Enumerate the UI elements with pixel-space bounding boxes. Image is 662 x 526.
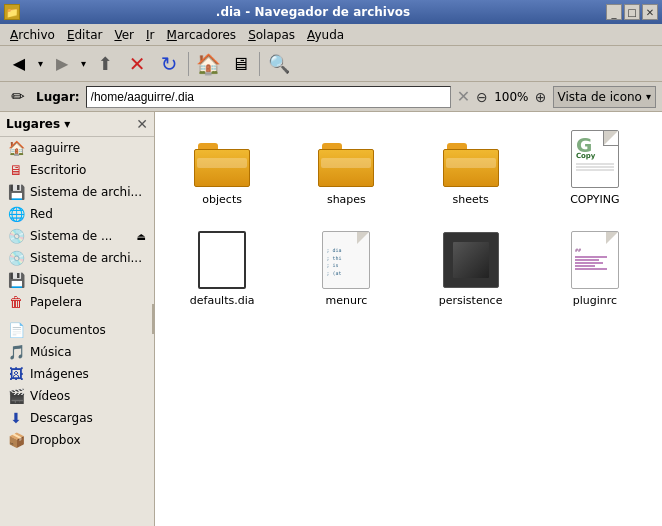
- sidebar-item-sistema2[interactable]: 💿 Sistema de ... ⏏: [0, 225, 154, 247]
- menu-ir[interactable]: Ir: [140, 26, 160, 44]
- menu-marcadores[interactable]: Marcadores: [161, 26, 243, 44]
- sidebar-label-sistema2: Sistema de ...: [30, 229, 112, 243]
- location-input[interactable]: [86, 86, 451, 108]
- sidebar-item-escritorio[interactable]: 🖥 Escritorio: [0, 159, 154, 181]
- window-title: .dia - Navegador de archivos: [20, 5, 606, 19]
- sidebar-header-label: Lugares ▾: [6, 117, 70, 131]
- search-button[interactable]: 🔍: [264, 50, 294, 78]
- sidebar-label-disquete: Disquete: [30, 273, 84, 287]
- menubar: Archivo Editar Ver Ir Marcadores Solapas…: [0, 24, 662, 46]
- separator-1: [188, 52, 189, 76]
- sidebar-item-musica[interactable]: 🎵 Música: [0, 341, 154, 363]
- sidebar-item-papelera[interactable]: 🗑 Papelera: [0, 291, 154, 313]
- dropbox-icon: 📦: [8, 432, 24, 448]
- sidebar-label-aaguirre: aaguirre: [30, 141, 80, 155]
- file-item-pluginrc[interactable]: ## pluginrc: [538, 223, 652, 314]
- docs-icon: 📄: [8, 322, 24, 338]
- location-label: Lugar:: [36, 90, 80, 104]
- home-icon: 🏠: [8, 140, 24, 156]
- sidebar-label-documentos: Documentos: [30, 323, 106, 337]
- file-grid: objects shapes: [165, 122, 652, 314]
- menurc-file-icon: ; dia ; thi ; is ; (at: [316, 230, 376, 290]
- refresh-button[interactable]: ↻: [154, 50, 184, 78]
- floppy-icon: 💾: [8, 272, 24, 288]
- file-name-shapes: shapes: [327, 193, 366, 206]
- file-item-objects[interactable]: objects: [165, 122, 279, 213]
- back-button[interactable]: ◀: [4, 50, 34, 78]
- minimize-button[interactable]: _: [606, 4, 622, 20]
- file-item-copying[interactable]: G Copy COPYING: [538, 122, 652, 213]
- defaults-file-icon: [192, 230, 252, 290]
- edit-location-button[interactable]: ✏️: [6, 85, 30, 109]
- folder-icon-shapes: [316, 129, 376, 189]
- sidebar-item-videos[interactable]: 🎬 Vídeos: [0, 385, 154, 407]
- file-item-persistence[interactable]: persistence: [414, 223, 528, 314]
- sidebar-label-sistema1: Sistema de archi...: [30, 185, 142, 199]
- copying-file-icon: G Copy: [565, 129, 625, 189]
- forward-button[interactable]: ▶: [47, 50, 77, 78]
- file-item-defaults[interactable]: defaults.dia: [165, 223, 279, 314]
- sidebar-label-papelera: Papelera: [30, 295, 82, 309]
- back-dropdown[interactable]: ▾: [36, 58, 45, 69]
- up-button[interactable]: ⬆: [90, 50, 120, 78]
- view-label: Vista de icono: [558, 90, 642, 104]
- file-name-defaults: defaults.dia: [190, 294, 255, 307]
- eject-icon[interactable]: ⏏: [137, 231, 146, 242]
- sidebar-item-imagenes[interactable]: 🖼 Imágenes: [0, 363, 154, 385]
- clear-location-button[interactable]: ✕: [457, 87, 470, 106]
- file-item-menurc[interactable]: ; dia ; thi ; is ; (at menurc: [289, 223, 403, 314]
- videos-icon: 🎬: [8, 388, 24, 404]
- persistence-file-icon: [441, 230, 501, 290]
- trash-icon: 🗑: [8, 294, 24, 310]
- menu-ver[interactable]: Ver: [108, 26, 140, 44]
- music-icon: 🎵: [8, 344, 24, 360]
- disk2-icon: 💿: [8, 250, 24, 266]
- file-name-objects: objects: [202, 193, 242, 206]
- locationbar: ✏️ Lugar: ✕ ⊖ 100% ⊕ Vista de icono ▾: [0, 82, 662, 112]
- sidebar-item-descargas[interactable]: ⬇ Descargas: [0, 407, 154, 429]
- titlebar: 📁 .dia - Navegador de archivos _ □ ✕: [0, 0, 662, 24]
- app-icon: 📁: [4, 4, 20, 20]
- file-name-persistence: persistence: [439, 294, 503, 307]
- file-name-menurc: menurc: [325, 294, 367, 307]
- sidebar-close-button[interactable]: ✕: [136, 116, 148, 132]
- downloads-icon: ⬇: [8, 410, 24, 426]
- main-area: Lugares ▾ ✕ 🏠 aaguirre 🖥 Escritorio 💾 Si…: [0, 112, 662, 526]
- filesystem-icon: 💾: [8, 184, 24, 200]
- computer-button[interactable]: 🖥: [225, 50, 255, 78]
- zoom-in-button[interactable]: ⊕: [535, 89, 547, 105]
- maximize-button[interactable]: □: [624, 4, 640, 20]
- menu-solapas[interactable]: Solapas: [242, 26, 301, 44]
- forward-dropdown[interactable]: ▾: [79, 58, 88, 69]
- desktop-icon: 🖥: [8, 162, 24, 178]
- view-dropdown-arrow: ▾: [646, 91, 651, 102]
- sidebar-label-musica: Música: [30, 345, 72, 359]
- sidebar-label-descargas: Descargas: [30, 411, 93, 425]
- sidebar-item-red[interactable]: 🌐 Red: [0, 203, 154, 225]
- file-item-sheets[interactable]: sheets: [414, 122, 528, 213]
- stop-button[interactable]: ✕: [122, 50, 152, 78]
- zoom-out-button[interactable]: ⊖: [476, 89, 488, 105]
- sidebar-item-aaguirre[interactable]: 🏠 aaguirre: [0, 137, 154, 159]
- menu-ayuda[interactable]: Ayuda: [301, 26, 350, 44]
- sidebar: Lugares ▾ ✕ 🏠 aaguirre 🖥 Escritorio 💾 Si…: [0, 112, 155, 526]
- sidebar-item-dropbox[interactable]: 📦 Dropbox: [0, 429, 154, 451]
- close-button[interactable]: ✕: [642, 4, 658, 20]
- sidebar-label-sistema3: Sistema de archi...: [30, 251, 142, 265]
- file-area: objects shapes: [155, 112, 662, 526]
- sidebar-item-documentos[interactable]: 📄 Documentos: [0, 319, 154, 341]
- sidebar-item-sistema1[interactable]: 💾 Sistema de archi...: [0, 181, 154, 203]
- sidebar-label-videos: Vídeos: [30, 389, 70, 403]
- menu-editar[interactable]: Editar: [61, 26, 109, 44]
- sidebar-item-sistema3[interactable]: 💿 Sistema de archi...: [0, 247, 154, 269]
- folder-icon-objects: [192, 129, 252, 189]
- menu-archivo[interactable]: Archivo: [4, 26, 61, 44]
- home-button[interactable]: 🏠: [193, 50, 223, 78]
- window-controls[interactable]: _ □ ✕: [606, 4, 658, 20]
- sidebar-item-disquete[interactable]: 💾 Disquete: [0, 269, 154, 291]
- file-item-shapes[interactable]: shapes: [289, 122, 403, 213]
- separator-2: [259, 52, 260, 76]
- sidebar-resizer[interactable]: [150, 112, 154, 526]
- view-selector[interactable]: Vista de icono ▾: [553, 86, 656, 108]
- file-name-pluginrc: pluginrc: [573, 294, 617, 307]
